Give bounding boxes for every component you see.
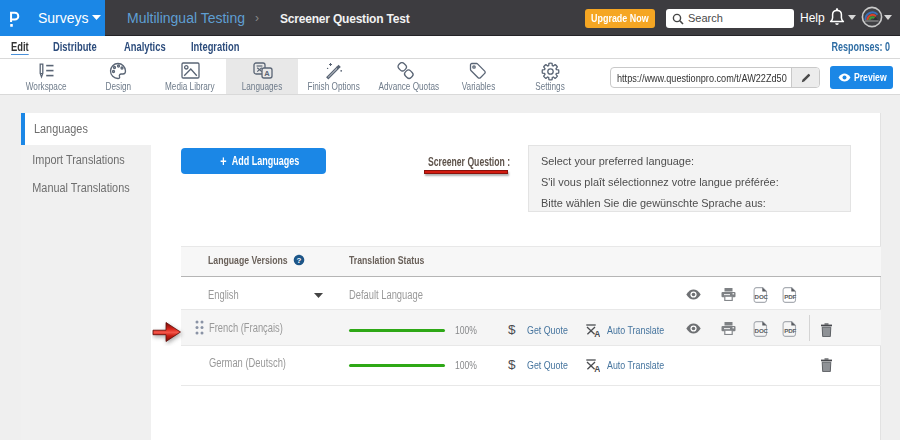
svg-text:PDF: PDF xyxy=(784,327,796,334)
svg-text:DOC: DOC xyxy=(755,293,769,300)
svg-text:?: ? xyxy=(297,256,302,265)
svg-text:A: A xyxy=(264,69,270,78)
svg-text:A: A xyxy=(594,364,600,372)
svg-text:PDF: PDF xyxy=(784,293,796,300)
svg-text:A: A xyxy=(594,329,600,337)
svg-text:DOC: DOC xyxy=(755,327,769,334)
